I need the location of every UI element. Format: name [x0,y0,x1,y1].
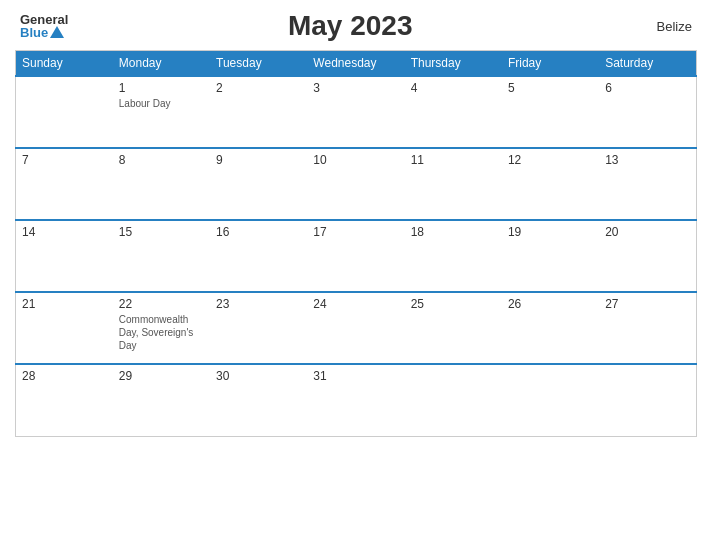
calendar-cell: 5 [502,76,599,148]
day-number: 15 [119,225,204,239]
day-number: 5 [508,81,593,95]
header-friday: Friday [502,51,599,77]
calendar-cell: 4 [405,76,502,148]
day-number: 31 [313,369,398,383]
day-number: 11 [411,153,496,167]
calendar-title: May 2023 [68,10,632,42]
day-number: 29 [119,369,204,383]
calendar-cell: 22Commonwealth Day, Sovereign's Day [113,292,210,364]
calendar-cell: 18 [405,220,502,292]
calendar-cell: 24 [307,292,404,364]
day-number: 26 [508,297,593,311]
calendar-cell: 28 [16,364,113,436]
calendar-cell: 6 [599,76,696,148]
day-number: 18 [411,225,496,239]
day-number: 28 [22,369,107,383]
calendar-cell: 29 [113,364,210,436]
holiday-label: Commonwealth Day, Sovereign's Day [119,313,204,352]
calendar-cell: 27 [599,292,696,364]
calendar-cell: 31 [307,364,404,436]
logo-triangle-icon [50,26,64,38]
calendar-cell [16,76,113,148]
calendar-cell: 8 [113,148,210,220]
header-wednesday: Wednesday [307,51,404,77]
day-number: 19 [508,225,593,239]
calendar-cell: 26 [502,292,599,364]
day-number: 14 [22,225,107,239]
day-number: 4 [411,81,496,95]
calendar-cell: 25 [405,292,502,364]
calendar-week-row: 1Labour Day23456 [16,76,697,148]
day-number: 16 [216,225,301,239]
calendar-week-row: 14151617181920 [16,220,697,292]
logo: General Blue [20,13,68,39]
calendar-cell: 10 [307,148,404,220]
day-number: 20 [605,225,690,239]
calendar-cell [599,364,696,436]
day-number: 21 [22,297,107,311]
day-number: 2 [216,81,301,95]
day-number: 23 [216,297,301,311]
day-number: 10 [313,153,398,167]
header: General Blue May 2023 Belize [15,10,697,42]
calendar-cell: 21 [16,292,113,364]
logo-blue-text: Blue [20,26,64,39]
calendar-cell: 19 [502,220,599,292]
calendar-cell: 17 [307,220,404,292]
calendar-cell: 3 [307,76,404,148]
day-number: 25 [411,297,496,311]
calendar-cell: 13 [599,148,696,220]
calendar-cell: 20 [599,220,696,292]
day-number: 9 [216,153,301,167]
calendar-cell: 9 [210,148,307,220]
header-tuesday: Tuesday [210,51,307,77]
day-number: 27 [605,297,690,311]
day-number: 22 [119,297,204,311]
country-label: Belize [632,19,692,34]
calendar-cell: 1Labour Day [113,76,210,148]
header-sunday: Sunday [16,51,113,77]
calendar-cell: 14 [16,220,113,292]
calendar-page: General Blue May 2023 Belize Sunday Mond… [0,0,712,550]
day-number: 7 [22,153,107,167]
calendar-week-row: 2122Commonwealth Day, Sovereign's Day232… [16,292,697,364]
day-number: 12 [508,153,593,167]
day-number: 30 [216,369,301,383]
calendar-cell [405,364,502,436]
day-number: 17 [313,225,398,239]
calendar-cell: 2 [210,76,307,148]
header-monday: Monday [113,51,210,77]
calendar-cell: 30 [210,364,307,436]
calendar-cell: 23 [210,292,307,364]
calendar-cell [502,364,599,436]
calendar-cell: 7 [16,148,113,220]
header-thursday: Thursday [405,51,502,77]
day-number: 24 [313,297,398,311]
day-number: 13 [605,153,690,167]
calendar-cell: 16 [210,220,307,292]
day-number: 8 [119,153,204,167]
day-number: 1 [119,81,204,95]
day-number: 6 [605,81,690,95]
holiday-label: Labour Day [119,97,204,110]
calendar-week-row: 28293031 [16,364,697,436]
weekday-header-row: Sunday Monday Tuesday Wednesday Thursday… [16,51,697,77]
day-number: 3 [313,81,398,95]
calendar-week-row: 78910111213 [16,148,697,220]
header-saturday: Saturday [599,51,696,77]
calendar-cell: 11 [405,148,502,220]
calendar-cell: 12 [502,148,599,220]
calendar-cell: 15 [113,220,210,292]
calendar-table: Sunday Monday Tuesday Wednesday Thursday… [15,50,697,437]
